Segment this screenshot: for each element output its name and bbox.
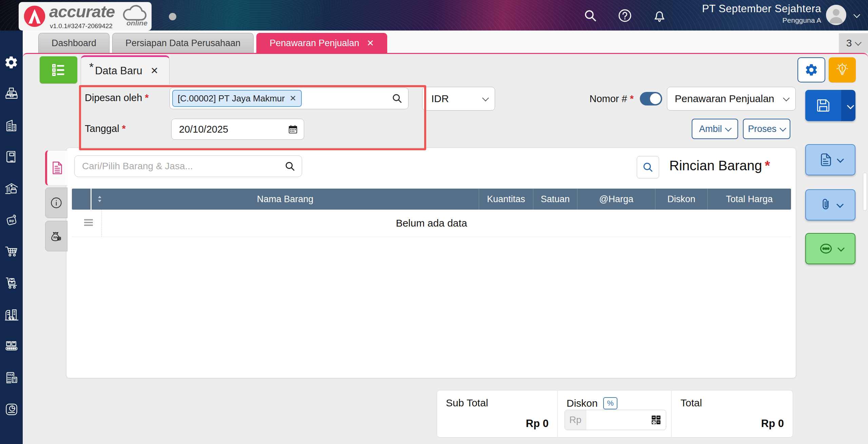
help-icon[interactable] xyxy=(617,8,633,23)
save-button[interactable] xyxy=(805,90,855,121)
top-header: accurate online v1.0.1#3247-2069422 PT S… xyxy=(0,0,868,31)
diskon-section: Diskon % Rp xyxy=(557,390,672,437)
header-total-harga[interactable]: Total Harga xyxy=(707,189,791,210)
form-settings-button[interactable] xyxy=(797,57,825,82)
sidebar-item-reports[interactable] xyxy=(4,402,19,417)
gear-icon xyxy=(804,63,818,77)
header-diskon[interactable]: Diskon xyxy=(655,189,707,210)
total-section: Total Rp 0 xyxy=(672,390,793,437)
paperclip-icon xyxy=(818,197,833,212)
more-actions-button[interactable] xyxy=(805,233,855,264)
chevron-down-icon xyxy=(836,155,844,162)
avatar[interactable] xyxy=(826,5,846,25)
sidebar-item-settings[interactable] xyxy=(4,55,19,70)
tab-close-icon[interactable]: ✕ xyxy=(367,38,374,48)
diskon-input[interactable]: Rp xyxy=(565,410,666,430)
sidebar-item-warehouse[interactable] xyxy=(4,181,19,196)
chevron-down-icon xyxy=(783,95,790,101)
tab-persiapan-data-perusahaan[interactable]: Persiapan Data Perusahaan xyxy=(112,33,254,53)
chevron-down-icon xyxy=(482,95,489,101)
rp-prefix: Rp xyxy=(565,410,586,430)
minitab-uang-muka[interactable]: RP xyxy=(45,221,67,251)
search-icon[interactable] xyxy=(391,93,403,104)
empty-table-row: Belum ada data xyxy=(72,210,791,237)
open-list-button[interactable] xyxy=(40,56,77,83)
drag-handle-icon[interactable] xyxy=(84,219,93,227)
preview-document-button[interactable] xyxy=(805,144,855,175)
sidebar-item-purchases[interactable] xyxy=(4,244,19,259)
sidebar-item-manufacturing[interactable] xyxy=(4,339,19,354)
sidebar-item-fixed-asset[interactable] xyxy=(4,307,19,322)
sidebar-item-company[interactable] xyxy=(4,118,19,133)
attachments-button[interactable] xyxy=(805,189,855,220)
header-kuantitas[interactable]: Kuantitas xyxy=(479,189,533,210)
warehouse-box-icon xyxy=(4,181,19,196)
sidebar-item-cash-register[interactable] xyxy=(4,86,19,101)
search-icon[interactable] xyxy=(284,160,296,172)
ambil-button[interactable]: Ambil xyxy=(692,119,738,139)
minitab-rincian-barang[interactable] xyxy=(45,150,67,186)
items-title: Rincian Barang* xyxy=(669,158,770,173)
logo-online-label: online xyxy=(126,19,147,27)
cash-register-icon xyxy=(4,86,19,101)
header-harga[interactable]: @Harga xyxy=(577,189,655,210)
app-root: accurate online v1.0.1#3247-2069422 PT S… xyxy=(0,0,868,444)
sidebar-nav: Rp TAX xyxy=(0,31,23,444)
svg-text:Rp: Rp xyxy=(9,218,14,223)
hand-truck-icon xyxy=(4,276,19,291)
total-value: Rp 0 xyxy=(761,418,784,430)
chip-remove-icon[interactable]: ✕ xyxy=(290,94,296,103)
tax-calculator-icon: TAX xyxy=(4,370,19,385)
document-icon xyxy=(50,161,64,175)
minitab-info[interactable] xyxy=(45,188,67,218)
percent-toggle[interactable]: % xyxy=(603,397,617,409)
tanggal-field[interactable]: 20/10/2025 xyxy=(171,119,304,140)
nomor-auto-toggle[interactable] xyxy=(640,92,662,105)
calculator-icon[interactable] xyxy=(651,415,661,425)
item-search-input[interactable] xyxy=(75,161,284,172)
items-card: Rincian Barang* Nama Barang Kuantitas Sa… xyxy=(66,148,796,378)
company-block: PT September Sejahtera Pengguna A xyxy=(702,3,821,24)
conveyor-belt-icon xyxy=(4,339,19,354)
advanced-search-button[interactable] xyxy=(637,156,659,178)
tab-dashboard[interactable]: Dashboard xyxy=(38,33,110,53)
version-label: v1.0.1#3247-2069422 xyxy=(50,22,113,30)
sidebar-item-delivery[interactable] xyxy=(4,276,19,291)
sort-icon[interactable] xyxy=(97,195,102,204)
search-icon xyxy=(642,161,654,173)
proses-button[interactable]: Proses xyxy=(743,119,790,139)
search-icon[interactable] xyxy=(583,8,598,23)
nomor-template-select[interactable]: Penawaran Penjualan xyxy=(667,87,796,111)
profile-chevron-down-icon[interactable] xyxy=(854,12,859,18)
currency-select[interactable]: IDR xyxy=(422,87,495,111)
sidebar-item-sales[interactable]: Rp xyxy=(4,213,19,228)
tab-penawaran-penjualan[interactable]: Penawaran Penjualan✕ xyxy=(256,33,387,53)
tab-overflow-button[interactable]: 3 xyxy=(839,33,868,53)
list-icon xyxy=(51,62,66,78)
subtab-data-baru[interactable]: * Data Baru ✕ xyxy=(81,55,170,84)
calendar-icon[interactable] xyxy=(288,124,298,135)
items-table-header: Nama Barang Kuantitas Satuan @Harga Disk… xyxy=(72,189,791,210)
sidebar-item-tax[interactable]: TAX xyxy=(4,370,19,385)
sidebar-item-journal[interactable] xyxy=(4,150,19,165)
customer-chip[interactable]: [C.00002] PT Jaya Makmur ✕ xyxy=(172,90,302,107)
header-grip-cell xyxy=(72,189,92,210)
item-search-box[interactable] xyxy=(74,155,302,177)
dipesan-oleh-field[interactable]: [C.00002] PT Jaya Makmur ✕ xyxy=(170,88,409,109)
info-icon xyxy=(50,196,63,210)
save-options-chevron[interactable] xyxy=(841,90,855,121)
company-building-icon xyxy=(4,118,19,133)
chevron-down-icon xyxy=(725,125,732,132)
header-satuan[interactable]: Satuan xyxy=(533,189,577,210)
total-label: Total xyxy=(680,397,702,408)
scrollbar-handle[interactable] xyxy=(863,173,867,211)
header-nama-barang[interactable]: Nama Barang xyxy=(92,189,479,210)
ellipsis-icon xyxy=(817,240,834,257)
tips-button[interactable] xyxy=(829,57,856,82)
subtab-close-icon[interactable]: ✕ xyxy=(151,65,158,76)
svg-text:RP: RP xyxy=(54,236,58,239)
chevron-down-icon xyxy=(780,125,786,132)
document-icon xyxy=(818,152,834,168)
notifications-bell-icon[interactable] xyxy=(652,8,667,23)
save-main[interactable] xyxy=(805,90,841,121)
